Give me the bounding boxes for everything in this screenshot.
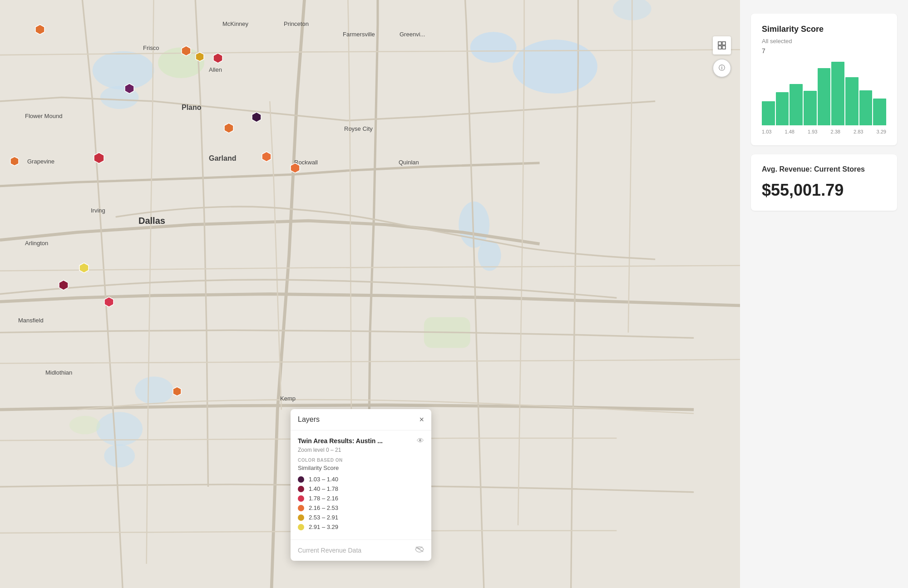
svg-marker-16 xyxy=(196,52,204,61)
hist-bar-7 xyxy=(845,77,859,125)
hist-label-5: 3.29 xyxy=(877,129,886,134)
svg-marker-25 xyxy=(79,263,89,273)
layer-name-twin: Twin Area Results: Austin ... xyxy=(298,437,383,445)
hist-bar-6 xyxy=(831,62,844,125)
hex-marker[interactable] xyxy=(290,163,300,173)
layer-hidden-icon[interactable] xyxy=(415,546,424,554)
svg-marker-23 xyxy=(262,152,271,162)
legend-label-2: 1.78 – 2.16 xyxy=(309,495,338,502)
color-field-name: Similarity Score xyxy=(298,464,424,471)
svg-marker-18 xyxy=(125,84,134,94)
legend-dot-1 xyxy=(298,486,304,492)
layers-panel-header: Layers × xyxy=(291,409,431,430)
layers-close-button[interactable]: × xyxy=(419,415,424,424)
svg-point-2 xyxy=(470,32,517,63)
legend-label-4: 2.53 – 2.91 xyxy=(309,514,338,521)
layer-name-revenue: Current Revenue Data xyxy=(298,547,361,554)
layers-panel: Layers × Twin Area Results: Austin ... 👁… xyxy=(291,409,431,561)
hex-marker[interactable] xyxy=(173,386,182,396)
avg-revenue-value: $55,001.79 xyxy=(762,181,886,200)
avg-revenue-card: Avg. Revenue: Current Stores $55,001.79 xyxy=(751,154,897,211)
hist-bar-3 xyxy=(790,84,803,125)
legend-dot-0 xyxy=(298,476,304,483)
info-icon: ⓘ xyxy=(719,64,725,72)
svg-point-1 xyxy=(513,40,597,94)
legend-item-4: 2.53 – 2.91 xyxy=(298,514,424,521)
legend-item-0: 1.03 – 1.40 xyxy=(298,476,424,483)
legend-item-2: 1.78 – 2.16 xyxy=(298,495,424,502)
layer-twin-area: Twin Area Results: Austin ... 👁 Zoom lev… xyxy=(291,430,431,540)
legend-label-5: 2.91 – 3.29 xyxy=(309,524,338,530)
svg-marker-17 xyxy=(213,53,222,63)
hex-marker[interactable] xyxy=(79,262,89,273)
svg-marker-26 xyxy=(59,280,68,290)
hex-marker[interactable] xyxy=(195,52,204,62)
legend-item-1: 1.40 – 1.78 xyxy=(298,485,424,492)
map-container: McKinney Princeton Farmersville Greenvi.… xyxy=(0,0,740,588)
svg-marker-19 xyxy=(252,112,261,122)
similarity-score-value: 7 xyxy=(762,47,886,54)
svg-marker-14 xyxy=(35,25,44,35)
histogram xyxy=(762,62,886,125)
svg-point-8 xyxy=(96,412,143,446)
hex-marker[interactable] xyxy=(104,296,114,307)
hist-label-2: 1.93 xyxy=(808,129,817,134)
hex-marker[interactable] xyxy=(94,152,104,164)
hist-bar-1 xyxy=(762,101,775,125)
hist-bar-5 xyxy=(818,68,831,125)
svg-point-7 xyxy=(135,376,173,404)
legend-label-1: 1.40 – 1.78 xyxy=(309,485,338,492)
svg-marker-21 xyxy=(10,157,19,166)
legend-label-3: 2.16 – 2.53 xyxy=(309,504,338,511)
hex-marker[interactable] xyxy=(10,156,19,166)
hex-marker[interactable] xyxy=(124,83,134,94)
similarity-score-card: Similarity Score All selected 7 1.03 1.4… xyxy=(751,14,897,145)
svg-point-13 xyxy=(69,416,100,435)
eye-off-svg xyxy=(415,546,424,553)
svg-marker-28 xyxy=(173,387,181,396)
hex-marker[interactable] xyxy=(262,151,271,162)
svg-marker-24 xyxy=(291,163,300,173)
table-icon xyxy=(717,41,726,50)
similarity-score-title: Similarity Score xyxy=(762,25,886,34)
hist-label-4: 2.83 xyxy=(854,129,863,134)
layers-panel-title: Layers xyxy=(298,415,320,424)
hist-label-3: 2.38 xyxy=(831,129,840,134)
hist-bar-4 xyxy=(804,91,817,125)
hex-marker[interactable] xyxy=(59,280,69,291)
hex-marker[interactable] xyxy=(213,53,223,64)
legend-dot-5 xyxy=(298,524,304,530)
hist-bar-2 xyxy=(776,92,789,125)
similarity-score-subtitle: All selected xyxy=(762,38,886,44)
svg-rect-32 xyxy=(722,46,725,49)
hist-bar-9 xyxy=(873,99,886,125)
svg-point-9 xyxy=(104,445,135,468)
hist-label-0: 1.03 xyxy=(762,129,771,134)
hex-marker[interactable] xyxy=(181,45,191,56)
svg-marker-22 xyxy=(94,153,104,163)
svg-rect-30 xyxy=(722,42,725,45)
sidebar: Similarity Score All selected 7 1.03 1.4… xyxy=(740,0,908,588)
legend-dot-4 xyxy=(298,514,304,521)
hist-bar-8 xyxy=(859,90,873,125)
svg-point-6 xyxy=(478,240,501,271)
map-table-icon[interactable] xyxy=(713,36,731,54)
legend-label-0: 1.03 – 1.40 xyxy=(309,476,338,483)
hist-label-1: 1.48 xyxy=(785,129,794,134)
legend-dot-2 xyxy=(298,495,304,502)
avg-revenue-title: Avg. Revenue: Current Stores xyxy=(762,165,886,173)
color-based-label: COLOR BASED ON xyxy=(298,458,424,463)
hex-marker[interactable] xyxy=(224,123,234,133)
svg-marker-15 xyxy=(182,46,191,56)
legend-dot-3 xyxy=(298,505,304,511)
svg-marker-20 xyxy=(224,123,233,133)
map-info-button[interactable]: ⓘ xyxy=(713,59,731,77)
layer-zoom: Zoom level 0 – 21 xyxy=(298,447,424,453)
svg-rect-31 xyxy=(718,46,721,49)
hex-marker[interactable] xyxy=(252,112,262,123)
legend-item-3: 2.16 – 2.53 xyxy=(298,504,424,511)
layer-visible-icon[interactable]: 👁 xyxy=(417,437,424,445)
hex-marker[interactable] xyxy=(35,24,45,35)
legend-item-5: 2.91 – 3.29 xyxy=(298,524,424,530)
svg-point-3 xyxy=(93,51,154,90)
